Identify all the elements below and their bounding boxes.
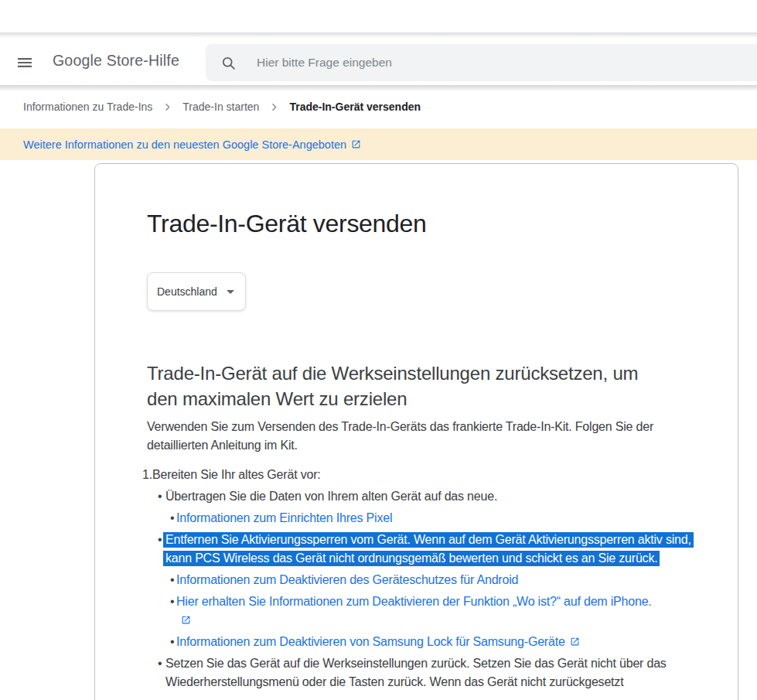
header-shadow [0, 85, 757, 91]
promo-banner-link-label: Weitere Informationen zu den neuesten Go… [23, 138, 346, 151]
breadcrumb-item-trade-ins[interactable]: Informationen zu Trade-Ins [23, 101, 152, 113]
step-item-1: 1. Bereiten Sie Ihr altes Gerät vor: Übe… [142, 466, 695, 691]
iphone-findmy-link[interactable]: Hier erhalten Sie Informationen zum Deak… [176, 595, 652, 627]
section-heading-line: Trade-In-Gerät auf die Werkseinstellunge… [147, 360, 695, 386]
search-bar[interactable] [206, 44, 757, 81]
promo-banner: Weitere Informationen zu den neuesten Go… [0, 128, 757, 160]
step-bullet-list: Übertragen Sie die Daten von Ihrem alten… [152, 487, 695, 691]
top-spacer [0, 0, 757, 32]
step-text: Bereiten Sie Ihr altes Gerät vor: [152, 466, 695, 484]
intro-paragraph: Verwenden Sie zum Versenden des Trade-In… [147, 418, 695, 455]
chevron-right-icon [269, 102, 279, 112]
list-item-iphone-findmy: Hier erhalten Sie Informationen zum Deak… [165, 592, 660, 630]
pixel-setup-link[interactable]: Informationen zum Einrichten Ihres Pixel [176, 511, 392, 524]
section-heading-line: den maximalen Wert zu erzielen [147, 386, 695, 411]
list-item-pixel-setup: Informationen zum Einrichten Ihres Pixel [165, 509, 695, 528]
breadcrumb-item-current: Trade-In-Gerät versenden [289, 101, 421, 113]
top-spacer-shadow [0, 32, 757, 38]
app-header: Google Store-Hilfe [0, 37, 757, 85]
open-in-new-icon [181, 615, 191, 625]
breadcrumb-item-trade-in-starten[interactable]: Trade-In starten [182, 101, 259, 113]
list-item-transfer-data: Übertragen Sie die Daten von Ihrem alten… [152, 487, 695, 528]
list-item-activation-lock: Entfernen Sie Aktivierungssperren vom Ge… [152, 531, 695, 651]
section-heading: Trade-In-Gerät auf die Werkseinstellunge… [147, 360, 695, 411]
breadcrumb: Informationen zu Trade-Ins Trade-In star… [0, 85, 757, 128]
sub-bullet-list: Informationen zum Deaktivieren des Gerät… [165, 571, 695, 651]
samsung-lock-link[interactable]: Informationen zum Deaktivieren von Samsu… [176, 635, 580, 648]
list-item-text: Setzen Sie das Gerät auf die Werkseinste… [165, 657, 667, 688]
step-number: 1. [142, 466, 152, 691]
menu-button[interactable] [14, 52, 36, 73]
search-icon [220, 55, 237, 71]
open-in-new-icon [570, 637, 580, 647]
highlighted-text: Entfernen Sie Aktivierungssperren vom Ge… [163, 532, 694, 566]
step-body: Bereiten Sie Ihr altes Gerät vor: Übertr… [152, 466, 695, 691]
page-title: Trade-In-Gerät versenden [147, 207, 695, 240]
arrow-drop-down-icon [227, 290, 234, 294]
iphone-findmy-link-label: Hier erhalten Sie Informationen zum Deak… [176, 595, 652, 608]
sub-bullet-list: Informationen zum Einrichten Ihres Pixel [165, 509, 695, 528]
article-card: Trade-In-Gerät versenden Deutschland Tra… [94, 163, 738, 700]
open-in-new-icon [351, 139, 361, 149]
android-device-protection-link[interactable]: Informationen zum Deaktivieren des Gerät… [176, 573, 518, 586]
list-item-samsung-lock: Informationen zum Deaktivieren von Samsu… [165, 633, 695, 651]
country-selector-value: Deutschland [157, 285, 217, 298]
list-item-factory-reset: Setzen Sie das Gerät auf die Werkseinste… [152, 654, 695, 691]
country-selector[interactable]: Deutschland [147, 272, 246, 311]
chevron-right-icon [162, 102, 172, 112]
hamburger-menu-icon [15, 53, 34, 72]
promo-banner-link[interactable]: Weitere Informationen zu den neuesten Go… [23, 138, 361, 151]
list-item-text: Übertragen Sie die Daten von Ihrem alten… [165, 490, 497, 503]
samsung-lock-link-label: Informationen zum Deaktivieren von Samsu… [176, 635, 565, 648]
list-item-android-protection: Informationen zum Deaktivieren des Gerät… [165, 571, 695, 589]
search-input[interactable] [255, 55, 757, 70]
product-title[interactable]: Google Store-Hilfe [53, 37, 179, 85]
